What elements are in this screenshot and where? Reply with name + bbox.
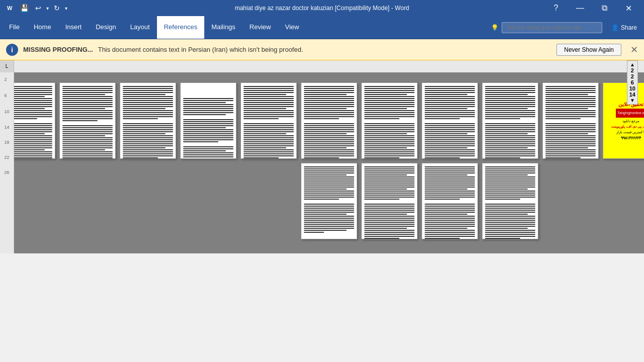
title-bar-title: mahiat diye az nazar doctor katuzian [Co… bbox=[235, 5, 410, 12]
page-row-2: - - - bbox=[301, 163, 538, 239]
more-dropdown[interactable]: ▾ bbox=[65, 6, 67, 11]
undo-dropdown[interactable]: ▾ bbox=[46, 6, 49, 11]
title-bar: W 💾 ↩ ▾ ↻ ▾ mahiat diye az nazar doctor … bbox=[0, 0, 644, 16]
share-label: Share bbox=[621, 24, 637, 31]
save-button[interactable]: 💾 bbox=[18, 2, 30, 14]
zoom-value4: 10 bbox=[629, 85, 635, 92]
share-button[interactable]: 👤 Share bbox=[606, 16, 642, 39]
page-thumb-6[interactable] bbox=[301, 82, 357, 159]
title-bar-left: W 💾 ↩ ▾ ↻ ▾ bbox=[4, 2, 67, 14]
search-input[interactable] bbox=[502, 22, 602, 33]
tab-design[interactable]: Design bbox=[89, 16, 123, 39]
window-controls: ? — ⧉ ✕ bbox=[544, 0, 640, 16]
undo-button[interactable]: ↩ bbox=[32, 2, 44, 14]
page-thumb-13[interactable] bbox=[361, 163, 418, 239]
svg-text:W: W bbox=[7, 5, 13, 11]
page-thumb-1[interactable] bbox=[14, 82, 55, 159]
ad-line3: با کمترین قیمت بازار bbox=[616, 130, 644, 134]
page-thumb-12[interactable]: - - - bbox=[301, 163, 357, 239]
vertical-ruler: 2 6 10 14 18 22 26 bbox=[0, 72, 14, 253]
ad-line2: وردی، پی دی اف، پاورپوینت bbox=[611, 125, 644, 129]
document-area: 2 6 10 14 18 22 26 ▲ 2 2 6 10 14 ▼ bbox=[0, 72, 644, 253]
minimize-button[interactable]: — bbox=[569, 0, 592, 16]
notification-message: This document contains text in Persian (… bbox=[98, 46, 552, 53]
tab-home[interactable]: Home bbox=[27, 16, 58, 39]
tab-review[interactable]: Review bbox=[243, 16, 278, 39]
lightbulb-icon: 💡 bbox=[491, 24, 499, 31]
zoom-value5: 14 bbox=[629, 92, 635, 98]
notification-title: MISSING PROOFING... bbox=[23, 46, 93, 53]
page-thumb-8[interactable] bbox=[422, 82, 478, 159]
page-thumb-10[interactable] bbox=[542, 82, 599, 159]
page-thumb-2[interactable] bbox=[59, 82, 116, 159]
help-icon[interactable]: ? bbox=[544, 0, 568, 16]
ruler-row: L // inline SVG ruler marks rendered via… bbox=[0, 60, 644, 72]
zoom-value3: 6 bbox=[631, 79, 634, 85]
zoom-control[interactable]: ▲ 2 2 6 10 14 ▼ bbox=[627, 72, 638, 105]
zoom-down-button[interactable]: ▼ bbox=[630, 98, 635, 103]
tab-references[interactable]: References bbox=[157, 16, 204, 39]
horizontal-ruler: // inline SVG ruler marks rendered via C… bbox=[14, 60, 644, 72]
page-row-1: تحقیق آنلاین Tahghighonline.ir مرجع دانل… bbox=[14, 82, 644, 159]
ribbon: File Home Insert Design Layout Reference… bbox=[0, 16, 644, 39]
ad-line1: مرجع دانلود bbox=[622, 119, 639, 123]
page-thumb-7[interactable] bbox=[361, 82, 418, 159]
ad-url: Tahghighonline.ir bbox=[618, 111, 644, 115]
notification-bar: i MISSING PROOFING... This document cont… bbox=[0, 39, 644, 60]
ribbon-search: 💡 bbox=[491, 16, 606, 39]
zoom-value2: 2 bbox=[631, 73, 634, 79]
page-thumb-4[interactable] bbox=[180, 82, 236, 159]
word-icon: W bbox=[4, 2, 16, 14]
page-thumb-15[interactable] bbox=[482, 163, 538, 239]
svg-rect-2 bbox=[14, 60, 644, 72]
tab-layout[interactable]: Layout bbox=[123, 16, 157, 39]
tab-mailings[interactable]: Mailings bbox=[204, 16, 243, 39]
main-content[interactable]: ▲ 2 2 6 10 14 ▼ bbox=[14, 72, 644, 253]
never-show-again-button[interactable]: Never Show Again bbox=[556, 44, 621, 56]
person-icon: 👤 bbox=[611, 24, 619, 31]
redo-button[interactable]: ↻ bbox=[51, 2, 63, 14]
restore-button[interactable]: ⧉ bbox=[593, 0, 616, 16]
page-thumb-14[interactable] bbox=[422, 163, 478, 239]
info-icon: i bbox=[6, 44, 18, 56]
close-button[interactable]: ✕ bbox=[617, 0, 640, 16]
tab-view[interactable]: View bbox=[278, 16, 306, 39]
page-thumb-3[interactable] bbox=[120, 82, 176, 159]
quick-access-toolbar: W 💾 ↩ ▾ ↻ ▾ bbox=[4, 2, 67, 14]
ad-phone: ۹۹۸۱۳۶۶۶۲۴ bbox=[621, 136, 641, 140]
page-thumb-9[interactable] bbox=[482, 82, 538, 159]
page-thumb-5[interactable] bbox=[240, 82, 297, 159]
tab-file[interactable]: File bbox=[2, 16, 27, 39]
ruler-corner[interactable]: L bbox=[0, 60, 14, 72]
tab-insert[interactable]: Insert bbox=[58, 16, 89, 39]
notification-close-button[interactable]: ✕ bbox=[630, 44, 638, 55]
